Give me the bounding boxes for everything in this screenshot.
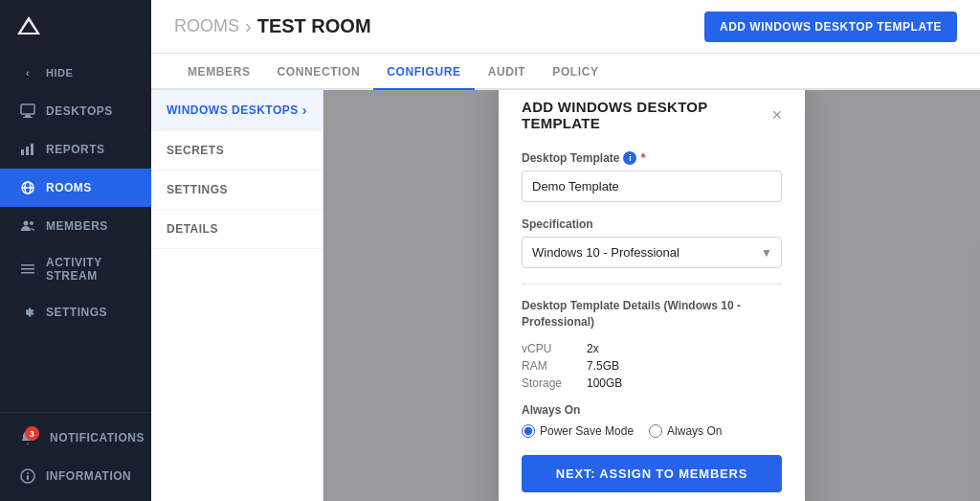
always-on-label: Always On [522, 403, 782, 417]
vcpu-value: 2x [587, 342, 782, 355]
ram-key: RAM [522, 359, 579, 373]
sub-nav-label: WINDOWS DESKTOPS [167, 103, 299, 117]
sidebar-nav: ‹ HIDE DESKTOPS REPORTS ROOMS [0, 54, 151, 412]
svg-rect-5 [21, 149, 24, 155]
sidebar-item-label: MEMBERS [46, 219, 108, 233]
breadcrumb-parent: ROOMS [174, 16, 239, 36]
gear-icon [19, 304, 36, 321]
tabs-bar: MEMBERS CONNECTION CONFIGURE AUDIT POLIC… [151, 54, 980, 90]
always-on-section: Always On Power Save Mode Always On [522, 403, 782, 438]
vcpu-key: vCPU [522, 342, 579, 355]
sidebar-item-reports[interactable]: REPORTS [0, 130, 151, 169]
tab-connection[interactable]: CONNECTION [264, 54, 374, 90]
details-grid: vCPU 2x RAM 7.5GB Storage 100GB [522, 342, 782, 390]
tab-audit[interactable]: AUDIT [475, 54, 540, 90]
radio-power-save[interactable]: Power Save Mode [522, 424, 634, 438]
app-logo-icon [15, 13, 42, 40]
info-icon [19, 467, 36, 485]
sub-nav-secrets[interactable]: SECRETS [151, 131, 323, 171]
sidebar-item-label: DESKTOPS [46, 104, 113, 118]
svg-rect-3 [25, 115, 31, 117]
svg-rect-14 [21, 268, 34, 270]
radio-always-on-input[interactable] [649, 424, 662, 438]
sidebar-item-label: INFORMATION [46, 469, 131, 483]
notif-badge: 3 [25, 426, 39, 441]
radio-power-save-label: Power Save Mode [540, 424, 634, 438]
breadcrumb-current: TEST ROOM [257, 15, 371, 37]
sidebar-item-desktops[interactable]: DESKTOPS [0, 92, 151, 130]
spec-field-label: Specification [522, 217, 782, 231]
sidebar-item-activity[interactable]: ACTIVITY STREAM [0, 245, 151, 293]
sub-nav-chevron-icon: › [302, 102, 307, 118]
radio-always-on-label: Always On [667, 424, 722, 438]
page-background: ADD WINDOWS DESKTOP TEMPLATE × Desktop T… [323, 90, 980, 501]
sub-nav-label: SECRETS [167, 144, 224, 157]
sidebar-item-label: ACTIVITY STREAM [46, 256, 132, 283]
sub-nav: WINDOWS DESKTOPS › SECRETS SETTINGS DETA… [151, 90, 323, 501]
modal-title: ADD WINDOWS DESKTOP TEMPLATE [522, 99, 771, 131]
tab-configure[interactable]: CONFIGURE [373, 54, 474, 90]
specification-field: Specification Windows 10 - Professional … [522, 217, 782, 268]
modal-overlay: ADD WINDOWS DESKTOP TEMPLATE × Desktop T… [323, 90, 980, 501]
svg-point-18 [27, 472, 29, 474]
sidebar-item-information[interactable]: INFORMATION [0, 457, 151, 495]
tab-members[interactable]: MEMBERS [174, 54, 264, 90]
sidebar-item-hide[interactable]: ‹ HIDE [0, 54, 151, 92]
sidebar-item-notifications[interactable]: 3 NOTIFICATIONS [0, 419, 151, 457]
ram-value: 7.5GB [587, 359, 782, 373]
spec-select-wrapper: Windows 10 - Professional Windows 10 - E… [522, 237, 782, 268]
sidebar-item-label: ROOMS [46, 181, 92, 194]
breadcrumb: ROOMS › TEST ROOM [174, 15, 371, 37]
spec-select[interactable]: Windows 10 - Professional Windows 10 - E… [522, 237, 782, 268]
svg-rect-15 [21, 272, 34, 274]
template-field-label: Desktop Template i * [522, 150, 782, 165]
people-icon [19, 217, 36, 235]
required-indicator: * [640, 150, 645, 165]
template-name-input[interactable] [522, 171, 782, 202]
globe-icon [19, 179, 36, 196]
add-template-modal: ADD WINDOWS DESKTOP TEMPLATE × Desktop T… [499, 90, 805, 501]
content-area: WINDOWS DESKTOPS › SECRETS SETTINGS DETA… [151, 90, 980, 501]
sidebar-item-rooms[interactable]: ROOMS [0, 169, 151, 207]
info-tooltip-icon[interactable]: i [623, 151, 636, 165]
add-windows-desktop-template-button[interactable]: ADD WINDOWS DESKTOP TEMPLATE [704, 11, 957, 42]
sidebar-item-label: REPORTS [46, 143, 105, 156]
radio-power-save-input[interactable] [522, 424, 535, 438]
modal-header: ADD WINDOWS DESKTOP TEMPLATE × [522, 99, 782, 131]
sidebar-logo [0, 0, 151, 54]
sub-nav-windows-desktops[interactable]: WINDOWS DESKTOPS › [151, 90, 323, 131]
sidebar-item-label: SETTINGS [46, 306, 107, 319]
chevron-left-icon: ‹ [19, 64, 36, 81]
sidebar-item-settings[interactable]: SETTINGS [0, 293, 151, 331]
list-icon [19, 261, 36, 278]
sidebar-item-members[interactable]: MEMBERS [0, 207, 151, 245]
next-assign-button[interactable]: NEXT: ASSIGN TO MEMBERS [522, 455, 782, 492]
sidebar-item-label: NOTIFICATIONS [50, 431, 145, 444]
svg-rect-4 [23, 117, 33, 118]
sub-nav-label: SETTINGS [167, 183, 228, 196]
radio-always-on[interactable]: Always On [649, 424, 722, 438]
modal-close-button[interactable]: × [771, 106, 782, 124]
storage-value: 100GB [587, 376, 782, 390]
storage-key: Storage [522, 376, 579, 390]
svg-point-12 [30, 221, 33, 225]
template-details-section: Desktop Template Details (Windows 10 - P… [522, 284, 782, 390]
main-header: ROOMS › TEST ROOM ADD WINDOWS DESKTOP TE… [151, 0, 980, 54]
sub-nav-label: DETAILS [167, 222, 218, 236]
monitor-icon [19, 102, 36, 120]
svg-point-11 [24, 221, 29, 226]
svg-rect-13 [21, 264, 34, 266]
sub-nav-settings[interactable]: SETTINGS [151, 171, 323, 210]
svg-rect-2 [21, 104, 34, 114]
tab-policy[interactable]: POLICY [539, 54, 612, 90]
main-content: ROOMS › TEST ROOM ADD WINDOWS DESKTOP TE… [151, 0, 980, 501]
svg-rect-7 [31, 144, 33, 155]
sidebar-bottom: 3 NOTIFICATIONS INFORMATION [0, 412, 151, 501]
radio-group: Power Save Mode Always On [522, 424, 782, 438]
sidebar-item-label: HIDE [46, 67, 73, 79]
bar-chart-icon [19, 141, 36, 158]
desktop-template-field: Desktop Template i * [522, 150, 782, 217]
sub-nav-details[interactable]: DETAILS [151, 210, 323, 249]
details-title: Desktop Template Details (Windows 10 - P… [522, 298, 782, 330]
sidebar: ‹ HIDE DESKTOPS REPORTS ROOMS [0, 0, 151, 501]
